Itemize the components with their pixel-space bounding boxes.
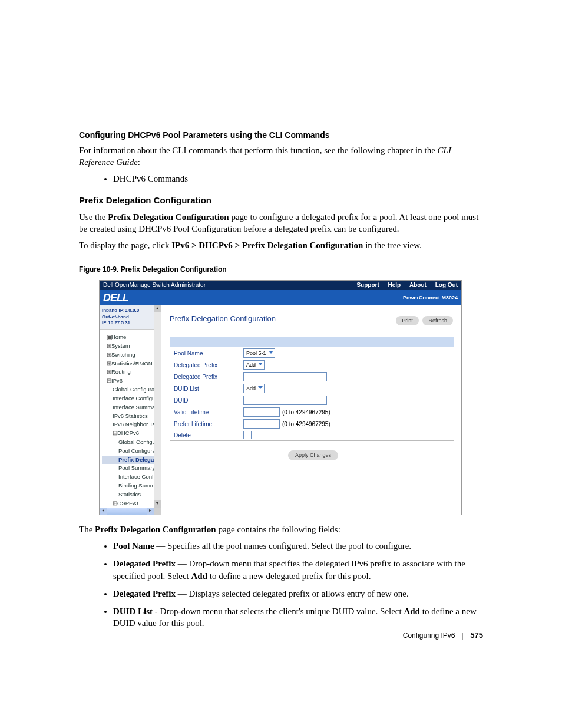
label-duid: DUID (174, 397, 243, 405)
link-help[interactable]: Help (388, 282, 401, 288)
refresh-button[interactable]: Refresh (422, 316, 453, 325)
intro-paragraph: Use the Prefix Delegation Configuration … (79, 211, 483, 235)
cli-bullet-item: DHCPv6 Commands (113, 173, 483, 185)
field-item-pool-name: Pool Name — Specifies all the pool names… (113, 540, 483, 552)
label-pool-name: Pool Name (174, 350, 243, 358)
nav-prefix: To display the page, click (79, 241, 171, 250)
cli-bullet-list: DHCPv6 Commands (79, 173, 483, 185)
tree-d-bind[interactable]: Binding Summary (102, 482, 160, 490)
form-header-bar (170, 337, 454, 347)
sidebar-scrollbar-horizontal[interactable]: ◂ ▸ (100, 508, 154, 515)
nav-paragraph: To display the page, click IPv6 > DHCPv6… (79, 239, 483, 251)
select-pool-name[interactable]: Pool 5-1 (243, 348, 275, 358)
tree-d-global[interactable]: Global Configuratio (102, 438, 160, 447)
input-delegated-prefix[interactable] (243, 372, 327, 381)
intro-bold: Prefix Delegation Configuration (108, 212, 229, 222)
figure-caption: Figure 10-9. Prefix Delegation Configura… (79, 265, 483, 274)
field-desc: Displays selected delegated prefix or al… (189, 589, 408, 598)
tree-globalcfg[interactable]: Global Configuration (102, 386, 160, 394)
field-desc: Drop-down menu that selects the client's… (160, 607, 404, 616)
link-support[interactable]: Support (356, 282, 379, 288)
cli-heading: Configuring DHCPv6 Pool Parameters using… (79, 130, 483, 141)
tree-ipv6[interactable]: ⊟IPv6 (102, 377, 160, 386)
tree-d-ifc[interactable]: Interface Configura (102, 473, 160, 482)
fields-list: Pool Name — Specifies all the pool names… (79, 540, 483, 630)
tree-switching[interactable]: ⊞Switching (102, 351, 160, 360)
apply-row: Apply Changes (170, 450, 454, 460)
nav-bold: IPv6 > DHCPv6 > Prefix Delegation Config… (171, 241, 363, 250)
scroll-up-icon[interactable]: ▴ (154, 305, 161, 312)
hint-prefer-lifetime: (0 to 4294967295) (282, 420, 330, 429)
label-delegated-prefix-2: Delegated Prefix (174, 373, 243, 381)
fields-intro-bold: Prefix Delegation Configuration (95, 525, 216, 534)
link-about[interactable]: About (409, 282, 427, 288)
input-prefer-lifetime[interactable] (243, 419, 280, 429)
topbar-links: Support Help About Log Out (349, 281, 458, 289)
scroll-left-icon[interactable]: ◂ (100, 508, 107, 515)
ip-info: Inband IP:0.0.0.0 Out-of-band IP:10.27.5… (100, 305, 161, 330)
dell-logo: DELL (103, 291, 128, 305)
fields-intro-suffix: page contains the following fields: (216, 525, 340, 534)
field-item-delegated-prefix-1: Delegated Prefix — Drop-down menu that s… (113, 558, 483, 582)
field-label: Delegated Prefix (113, 559, 176, 568)
cli-paragraph: For information about the CLI commands t… (79, 144, 483, 169)
input-valid-lifetime[interactable] (243, 407, 280, 417)
scroll-right-icon[interactable]: ▸ (147, 508, 154, 515)
hint-valid-lifetime: (0 to 4294967295) (282, 409, 330, 417)
print-button[interactable]: Print (396, 316, 419, 325)
scrollbar-corner (154, 508, 161, 515)
field-item-delegated-prefix-2: Delegated Prefix — Displays selected del… (113, 588, 483, 599)
field-label: Delegated Prefix (113, 589, 176, 598)
label-duid-list: DUID List (174, 385, 243, 393)
input-duid[interactable] (243, 396, 327, 405)
outband-ip: Out-of-band IP:10.27.5.31 (102, 314, 158, 327)
field-label: Pool Name (113, 541, 154, 551)
field-add-bold: Add (404, 607, 420, 616)
field-sep: - (153, 607, 160, 616)
fields-intro-prefix: The (79, 525, 95, 534)
tree-v6neigh[interactable]: IPv6 Neighbor Table (102, 420, 160, 429)
label-delete: Delete (174, 431, 243, 440)
tree-dhcpv6[interactable]: ⊟DHCPv6 (102, 429, 160, 438)
brand-bar: DELL PowerConnect M8024 (100, 290, 461, 305)
scroll-down-icon[interactable]: ▾ (154, 500, 161, 508)
footer-page-number: 575 (470, 631, 483, 640)
tree-stats[interactable]: ⊞Statistics/RMON (102, 360, 160, 368)
sidebar-scrollbar-vertical[interactable]: ▴ ▾ (154, 305, 161, 508)
tree-ospf[interactable]: ⊞OSPFv3 (102, 499, 160, 508)
intro-prefix: Use the (79, 212, 108, 222)
tree-ifcfg[interactable]: Interface Configuratio (102, 394, 160, 403)
field-desc: Specifies all the pool names configured.… (167, 541, 411, 551)
tree-ifsum[interactable]: Interface Summary (102, 403, 160, 412)
config-form: Pool Name Pool 5-1 Delegated Prefix Add … (170, 337, 454, 441)
tree-routing[interactable]: ⊞Routing (102, 368, 160, 377)
field-item-duid-list: DUID List - Drop-down menu that selects … (113, 605, 483, 630)
label-delegated-prefix: Delegated Prefix (174, 361, 243, 370)
sidebar: Inband IP:0.0.0.0 Out-of-band IP:10.27.5… (100, 305, 161, 515)
page-footer: Configuring IPv6 | 575 (403, 630, 483, 641)
select-delegated-prefix[interactable]: Add (243, 360, 265, 370)
tree-d-psum[interactable]: Pool Summary (102, 464, 160, 473)
subsection-title: Prefix Delegation Configuration (79, 195, 483, 206)
window-titlebar: Dell OpenManage Switch Administrator Sup… (100, 281, 461, 290)
app-title: Dell OpenManage Switch Administrator (103, 281, 206, 289)
screenshot: Dell OpenManage Switch Administrator Sup… (99, 280, 462, 515)
label-valid-lifetime: Valid Lifetime (174, 409, 243, 417)
tree-system[interactable]: ⊞System (102, 342, 160, 351)
select-duid-list[interactable]: Add (243, 384, 265, 393)
page-actions: Print Refresh (394, 316, 453, 325)
apply-changes-button[interactable]: Apply Changes (288, 450, 338, 460)
tree-d-stat[interactable]: Statistics (102, 490, 160, 499)
tree-home[interactable]: ▣Home (102, 333, 160, 342)
field-label: DUID List (113, 607, 153, 616)
field-sep: — (154, 541, 168, 551)
cli-para-suffix: : (138, 157, 140, 167)
label-prefer-lifetime: Prefer Lifetime (174, 420, 243, 429)
tree-d-pool[interactable]: Pool Configuration (102, 447, 160, 456)
checkbox-delete[interactable] (243, 431, 252, 439)
tree-d-prefix[interactable]: Prefix Delegation (102, 456, 160, 465)
field-add-bold: Add (191, 571, 207, 581)
link-logout[interactable]: Log Out (435, 282, 458, 288)
tree-v6stats[interactable]: IPv6 Statistics (102, 412, 160, 421)
field-sep: — (176, 559, 189, 568)
